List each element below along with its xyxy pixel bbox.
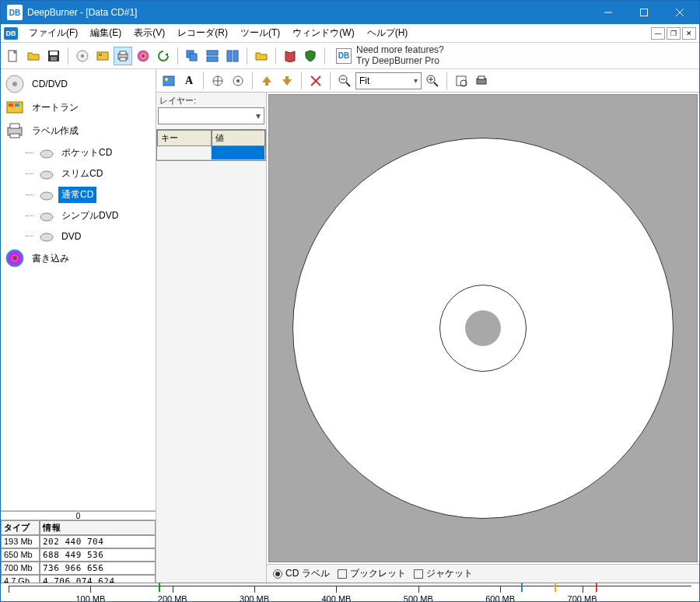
disc-button[interactable] [73, 47, 92, 65]
disc-small-icon [38, 166, 55, 182]
preview-button[interactable] [452, 72, 471, 90]
cascade-button[interactable] [183, 47, 201, 65]
svg-rect-20 [207, 51, 218, 55]
tile-h-button[interactable] [203, 47, 222, 65]
delete-button[interactable] [306, 72, 325, 90]
label-button[interactable] [114, 47, 132, 65]
mdi-controls: — ❐ ✕ [651, 27, 696, 40]
minimize-button[interactable] [590, 1, 626, 24]
menu-view[interactable]: 表示(V) [128, 24, 171, 42]
cap-info: 202 440 704 [40, 535, 156, 548]
ruler-label: 600 MB [485, 594, 515, 602]
tab-cd-label[interactable]: CD ラベル [273, 567, 330, 580]
delete-x-icon [310, 75, 322, 87]
menu-file[interactable]: ファイル(F) [23, 24, 84, 42]
tree-label: 通常CD [58, 187, 96, 203]
mdi-minimize-button[interactable]: — [651, 27, 665, 40]
tile-vertical-icon [226, 50, 239, 62]
titlebar: DB DeepBurner - [Data CD#1] [1, 1, 699, 24]
marker-blue [521, 583, 523, 592]
disc-preview[interactable] [292, 138, 674, 519]
disc-icon [76, 50, 89, 62]
refresh-button[interactable] [154, 47, 173, 65]
menu-edit[interactable]: 編集(E) [84, 24, 128, 42]
new-button[interactable] [4, 47, 23, 65]
ruler-label: 200 MB [158, 594, 187, 602]
menu-help[interactable]: ヘルプ(H) [361, 24, 415, 42]
tab-jacket[interactable]: ジャケット [414, 567, 473, 580]
svg-rect-11 [99, 54, 102, 56]
menu-window[interactable]: ウィンドウ(W) [286, 24, 360, 42]
close-button[interactable] [662, 1, 698, 24]
main-area: A Fit レイヤー: [156, 69, 699, 583]
autorun-button[interactable] [93, 47, 112, 65]
svg-marker-17 [165, 53, 168, 57]
tree-normal-cd[interactable]: 通常CD [2, 184, 154, 205]
image-tool-button[interactable] [159, 72, 178, 90]
align-button[interactable] [229, 72, 247, 90]
tree-label: 書き込み [29, 250, 72, 267]
open-button[interactable] [24, 47, 43, 65]
mdi-close-button[interactable]: ✕ [682, 27, 696, 40]
svg-rect-13 [120, 51, 126, 54]
toolbar-sep [252, 72, 253, 89]
zoom-in-button[interactable] [423, 72, 442, 90]
svg-point-45 [236, 79, 240, 82]
move-up-button[interactable] [257, 72, 276, 90]
svg-rect-39 [163, 76, 174, 86]
print-button[interactable] [472, 72, 491, 90]
cd-icon [4, 75, 26, 93]
close-icon [676, 9, 684, 16]
capacity-row[interactable]: 193 Mb202 440 704 [1, 535, 156, 548]
promo-banner[interactable]: DB Need more features? Try DeepBurner Pr… [336, 45, 444, 67]
col-key: キー [157, 130, 212, 146]
tree-simple-dvd[interactable]: シンプルDVD [2, 205, 154, 226]
capacity-row[interactable]: 700 Mb736 966 656 [1, 562, 156, 575]
toolbar-sep [68, 47, 68, 65]
tree-cd-dvd[interactable]: CD/DVD [2, 72, 154, 96]
canvas-zone: CD ラベル ブックレット ジャケット [267, 93, 699, 583]
marker-orange [555, 583, 556, 592]
zoom-in-icon [426, 75, 439, 87]
tree-burn[interactable]: 書き込み [2, 247, 154, 270]
svg-marker-46 [262, 76, 271, 86]
property-row[interactable] [157, 146, 265, 160]
layer-select[interactable] [158, 107, 264, 124]
promo-line1: Need more features? [356, 45, 444, 56]
tree-dvd[interactable]: DVD [2, 226, 154, 247]
tree-label-create[interactable]: ラベル作成 [2, 119, 154, 142]
cap-type: 193 Mb [1, 535, 40, 548]
capacity-row[interactable]: 650 Mb688 449 536 [1, 548, 156, 562]
text-tool-button[interactable]: A [180, 72, 198, 90]
zoom-select[interactable]: Fit [355, 72, 422, 89]
book-button[interactable] [281, 47, 299, 65]
menu-tools[interactable]: ツール(T) [234, 24, 286, 42]
book-icon [284, 50, 296, 62]
tree-pocket-cd[interactable]: ポケットCD [2, 142, 154, 163]
radio-selected-icon [273, 569, 282, 579]
print-icon [475, 75, 488, 87]
tab-booklet[interactable]: ブックレット [338, 567, 406, 580]
tree-label: スリムCD [58, 166, 106, 182]
svg-rect-21 [207, 57, 218, 61]
move-down-button[interactable] [278, 72, 296, 90]
autorun-icon [96, 50, 109, 62]
tree-slim-cd[interactable]: スリムCD [2, 163, 154, 184]
new-file-icon [7, 50, 19, 62]
zoom-out-button[interactable] [335, 72, 354, 90]
tree-autorun[interactable]: オートラン [2, 96, 154, 119]
svg-marker-47 [282, 76, 292, 86]
browse-button[interactable] [252, 47, 271, 65]
label-canvas[interactable] [268, 94, 698, 562]
menu-recorder[interactable]: レコーダ(R) [171, 24, 234, 42]
shield-button[interactable] [301, 47, 320, 65]
center-button[interactable] [208, 72, 227, 90]
save-icon [47, 50, 60, 62]
svg-point-34 [40, 192, 53, 200]
mdi-restore-button[interactable]: ❐ [667, 27, 681, 40]
tile-v-button[interactable] [223, 47, 242, 65]
save-button[interactable] [44, 47, 63, 65]
burn-button[interactable] [134, 47, 152, 65]
maximize-button[interactable] [626, 1, 662, 24]
sidebar: CD/DVD オートラン ラベル作成 ポケットCD スリムCD 通常CD [1, 69, 156, 583]
